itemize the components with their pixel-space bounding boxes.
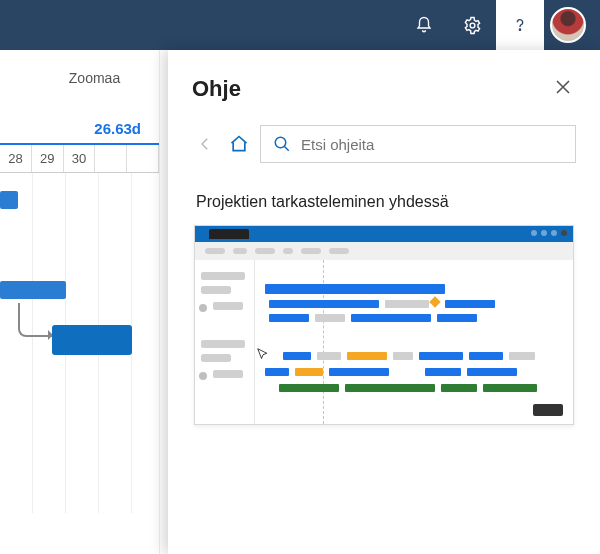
question-icon — [512, 15, 528, 35]
date-cell — [95, 145, 127, 172]
search-icon — [273, 135, 291, 153]
svg-point-0 — [470, 23, 475, 28]
zoom-label: Zoomaa — [0, 70, 159, 86]
back-arrow-icon — [196, 135, 214, 153]
date-cell: 28 — [0, 145, 32, 172]
date-cell: 30 — [64, 145, 96, 172]
help-article-title[interactable]: Projektien tarkasteleminen yhdessä — [196, 193, 572, 211]
back-button[interactable] — [192, 131, 218, 157]
date-cell — [127, 145, 159, 172]
help-search-box[interactable] — [260, 125, 576, 163]
help-title: Ohje — [192, 76, 241, 102]
svg-point-1 — [519, 29, 520, 30]
svg-point-2 — [275, 137, 286, 148]
timeline-pane: Zoomaa 26.63d 28 29 30 — [0, 50, 160, 554]
close-icon — [556, 80, 570, 94]
timeline-header: 28 29 30 — [0, 145, 159, 173]
help-panel: Ohje Projektien tarkasteleminen yhdessä — [168, 50, 600, 554]
settings-button[interactable] — [448, 0, 496, 50]
help-article-illustration — [194, 225, 574, 425]
home-button[interactable] — [226, 131, 252, 157]
top-bar — [0, 0, 600, 50]
avatar[interactable] — [550, 7, 586, 43]
duration-value: 26.63d — [0, 120, 159, 145]
bell-icon — [415, 16, 433, 34]
gantt-bar[interactable] — [0, 191, 18, 209]
dependency-arrow — [18, 303, 52, 337]
home-icon — [229, 134, 249, 154]
cursor-icon — [257, 348, 269, 360]
date-cell: 29 — [32, 145, 64, 172]
timeline-grid[interactable] — [0, 173, 159, 513]
close-button[interactable] — [550, 72, 576, 105]
notifications-button[interactable] — [400, 0, 448, 50]
help-search-input[interactable] — [301, 136, 563, 153]
gantt-bar[interactable] — [52, 325, 132, 355]
help-button[interactable] — [496, 0, 544, 50]
gantt-bar[interactable] — [0, 281, 66, 299]
gear-icon — [463, 16, 482, 35]
